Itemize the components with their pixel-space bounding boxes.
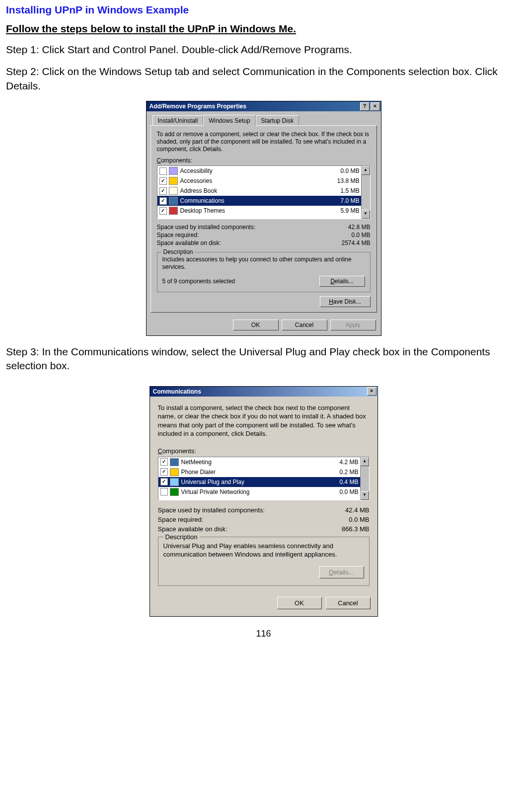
item-name: Universal Plug and Play <box>181 479 324 486</box>
scrollbar[interactable]: ▲ ▼ <box>361 166 370 219</box>
item-size: 0.0 MB <box>324 488 359 495</box>
scroll-down-button[interactable]: ▼ <box>361 491 369 500</box>
stat-value: 866.3 MB <box>342 525 370 533</box>
item-name: Accessibility <box>180 167 325 174</box>
tab-panel: To add or remove a component, select or … <box>151 125 377 313</box>
desktop-themes-icon <box>169 207 178 215</box>
list-item[interactable]: Desktop Themes 5.9 MB <box>157 206 362 216</box>
help-button[interactable]: ? <box>360 102 370 111</box>
checkbox[interactable] <box>159 177 167 185</box>
page-number: 116 <box>6 629 521 639</box>
stat-label: Space used by installed components: <box>157 224 256 231</box>
components-label: Components: <box>157 157 371 164</box>
checkbox[interactable] <box>160 488 168 495</box>
scroll-up-button[interactable]: ▲ <box>361 457 369 466</box>
checkbox[interactable] <box>160 478 168 486</box>
upnp-icon <box>170 478 179 486</box>
tab-startup-disk[interactable]: Startup Disk <box>256 115 299 125</box>
stat-value: 42.4 MB <box>345 506 369 514</box>
item-name: NetMeeting <box>181 459 324 466</box>
description-group: Description Universal Plug and Play enab… <box>158 537 370 586</box>
item-name: Desktop Themes <box>180 207 325 214</box>
have-disk-button[interactable]: Have Disk... <box>320 296 371 307</box>
selection-info: 5 of 9 components selected <box>162 278 235 285</box>
tab-strip: Install/Uninstall Windows Setup Startup … <box>152 114 377 125</box>
details-button[interactable]: Details... <box>319 566 364 578</box>
item-size: 0.4 MB <box>324 479 359 486</box>
item-size: 1.5 MB <box>325 187 360 194</box>
list-item[interactable]: NetMeeting 4.2 MB <box>158 457 361 467</box>
communications-dialog: Communications × To install a component,… <box>150 386 378 617</box>
titlebar[interactable]: Add/Remove Programs Properties ? × <box>147 101 381 111</box>
item-name: Accessories <box>180 177 325 184</box>
description-text: Includes accessories to help you connect… <box>162 256 365 271</box>
tab-install-uninstall[interactable]: Install/Uninstall <box>152 115 204 125</box>
dialog-title: Communications <box>151 388 201 395</box>
description-title: Description <box>163 533 200 541</box>
list-item[interactable]: Accessories 13.8 MB <box>157 176 362 186</box>
vpn-icon <box>170 488 179 496</box>
scrollbar[interactable]: ▲ ▼ <box>360 457 369 500</box>
scroll-up-button[interactable]: ▲ <box>362 166 370 175</box>
item-name: Virtual Private Networking <box>181 488 324 495</box>
address-book-icon <box>169 187 178 195</box>
accessibility-icon <box>169 167 178 175</box>
checkbox[interactable] <box>160 458 168 466</box>
instructions: To install a component, select the check… <box>158 404 370 438</box>
step-3: Step 3: In the Communications window, se… <box>6 345 521 373</box>
ok-button[interactable]: OK <box>233 320 279 330</box>
stat-value: 0.0 MB <box>349 516 369 523</box>
stat-value: 0.0 MB <box>311 232 371 239</box>
list-item[interactable]: Universal Plug and Play 0.4 MB <box>158 477 361 487</box>
checkbox[interactable] <box>159 207 167 215</box>
item-size: 7.0 MB <box>325 197 360 204</box>
item-size: 5.9 MB <box>325 207 360 214</box>
item-size: 0.0 MB <box>325 167 360 174</box>
netmeeting-icon <box>170 458 179 466</box>
item-name: Address Book <box>180 187 325 194</box>
list-item[interactable]: Accessibility 0.0 MB <box>157 166 362 176</box>
scroll-down-button[interactable]: ▼ <box>362 210 370 219</box>
apply-button[interactable]: Apply <box>330 320 376 330</box>
details-button[interactable]: Details... <box>319 276 365 287</box>
stat-value: 42.8 MB <box>311 224 371 231</box>
cancel-button[interactable]: Cancel <box>326 597 371 609</box>
doc-title: Installing UPnP in Windows Example <box>6 4 521 16</box>
stat-label: Space available on disk: <box>158 525 227 533</box>
description-text: Universal Plug and Play enables seamless… <box>163 542 364 559</box>
stat-value: 2574.4 MB <box>311 240 371 246</box>
checkbox[interactable] <box>159 197 167 205</box>
list-item[interactable]: Address Book 1.5 MB <box>157 186 362 196</box>
stat-label: Space required: <box>158 516 204 523</box>
instructions: To add or remove a component, select or … <box>157 131 371 153</box>
cancel-button[interactable]: Cancel <box>282 320 327 330</box>
item-name: Phone Dialer <box>181 469 324 476</box>
dialog-title: Add/Remove Programs Properties <box>148 103 246 110</box>
checkbox[interactable] <box>159 167 167 175</box>
titlebar[interactable]: Communications × <box>150 387 377 397</box>
accessories-icon <box>169 177 178 185</box>
item-size: 13.8 MB <box>325 177 360 184</box>
doc-subtitle: Follow the steps below to install the UP… <box>6 23 521 35</box>
list-item[interactable]: Phone Dialer 0.2 MB <box>158 467 361 477</box>
phone-dialer-icon <box>170 468 179 476</box>
stat-label: Space used by installed components: <box>158 506 265 514</box>
ok-button[interactable]: OK <box>277 597 322 609</box>
close-button[interactable]: × <box>367 387 376 396</box>
space-stats: Space used by installed components:42.4 … <box>158 505 370 534</box>
list-item[interactable]: Virtual Private Networking 0.0 MB <box>158 487 361 497</box>
item-size: 4.2 MB <box>324 459 359 466</box>
space-stats: Space used by installed components:42.8 … <box>157 223 371 247</box>
close-button[interactable]: × <box>371 102 380 111</box>
tab-windows-setup[interactable]: Windows Setup <box>203 115 255 126</box>
components-list[interactable]: NetMeeting 4.2 MB Phone Dialer 0.2 MB <box>158 457 370 500</box>
communications-icon <box>169 197 178 205</box>
list-item[interactable]: Communications 7.0 MB <box>157 196 362 206</box>
step-1: Step 1: Click Start and Control Panel. D… <box>6 43 521 57</box>
item-size: 0.2 MB <box>324 469 359 476</box>
checkbox[interactable] <box>159 187 167 195</box>
add-remove-dialog: Add/Remove Programs Properties ? × Insta… <box>146 101 381 336</box>
description-group: Description Includes accessories to help… <box>157 252 371 292</box>
components-list[interactable]: Accessibility 0.0 MB Accessories 13.8 MB <box>157 165 371 219</box>
checkbox[interactable] <box>160 468 168 476</box>
